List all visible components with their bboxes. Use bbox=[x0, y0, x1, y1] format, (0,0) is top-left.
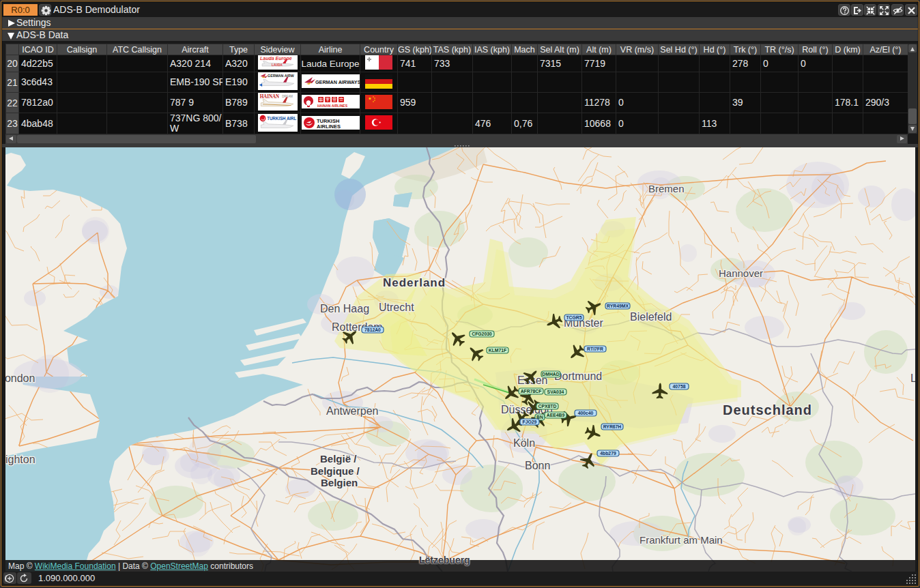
svg-text:Utrecht: Utrecht bbox=[379, 302, 414, 313]
svg-text:Hannover: Hannover bbox=[719, 267, 763, 279]
svg-text:40758: 40758 bbox=[673, 384, 686, 389]
svg-text:GERMAN AIRWAYS: GERMAN AIRWAYS bbox=[315, 79, 360, 85]
svg-text:Deutschland: Deutschland bbox=[723, 402, 812, 417]
svg-text:DREAM: DREAM bbox=[282, 95, 293, 98]
svg-text:AIRLINES: AIRLINES bbox=[317, 123, 341, 130]
svg-text:London: London bbox=[5, 372, 35, 384]
svg-text:TURKISH AIRL: TURKISH AIRL bbox=[267, 115, 296, 120]
svg-text:SVA034: SVA034 bbox=[547, 389, 564, 394]
svg-text:400c40: 400c40 bbox=[578, 411, 594, 415]
svg-text:Köln: Köln bbox=[513, 437, 535, 449]
svg-text:Brighton: Brighton bbox=[5, 454, 35, 465]
svg-text:Lauda Europe: Lauda Europe bbox=[260, 56, 292, 61]
svg-text:Belgien: Belgien bbox=[321, 477, 358, 488]
svg-text:AEE4B9: AEE4B9 bbox=[547, 413, 565, 417]
svg-text:HAINAN AIRLINES: HAINAN AIRLINES bbox=[317, 104, 348, 108]
svg-text:LAUDA: LAUDA bbox=[272, 63, 283, 67]
svg-text:GERMAN AIRW: GERMAN AIRW bbox=[268, 74, 294, 78]
svg-text:FJO29: FJO29 bbox=[523, 420, 537, 424]
svg-text:RTI7FR: RTI7FR bbox=[587, 347, 603, 351]
svg-text:AFR78CF: AFR78CF bbox=[521, 389, 542, 394]
svg-text:Den Haag: Den Haag bbox=[320, 303, 369, 314]
svg-text:Frankfurt am Main: Frankfurt am Main bbox=[639, 534, 723, 546]
svg-text:België /: België / bbox=[320, 453, 357, 465]
svg-text:4bb279: 4bb279 bbox=[600, 451, 616, 456]
svg-text:CPX8TD: CPX8TD bbox=[538, 404, 557, 409]
svg-text:Belgique /: Belgique / bbox=[311, 465, 360, 477]
svg-text:Bremen: Bremen bbox=[648, 183, 685, 194]
svg-text:Bonn: Bonn bbox=[525, 460, 550, 471]
svg-text:RYR67H: RYR67H bbox=[603, 424, 622, 429]
svg-text:L: L bbox=[910, 372, 915, 384]
svg-text:Nederland: Nederland bbox=[383, 276, 446, 289]
svg-text:7812A0: 7812A0 bbox=[364, 327, 381, 332]
svg-text:DMHAD: DMHAD bbox=[542, 372, 559, 377]
svg-text:Bielefeld: Bielefeld bbox=[630, 311, 672, 323]
svg-text:TCGR5: TCGR5 bbox=[566, 315, 581, 320]
svg-text:CFG2030: CFG2030 bbox=[472, 332, 492, 336]
svg-text:HAINAN: HAINAN bbox=[259, 94, 279, 100]
svg-text:Antwerpen: Antwerpen bbox=[326, 405, 379, 417]
svg-text:KLM71F: KLM71F bbox=[489, 348, 506, 353]
svg-text:RYR49MX: RYR49MX bbox=[607, 304, 629, 308]
svg-text:Dortmund: Dortmund bbox=[554, 370, 602, 382]
